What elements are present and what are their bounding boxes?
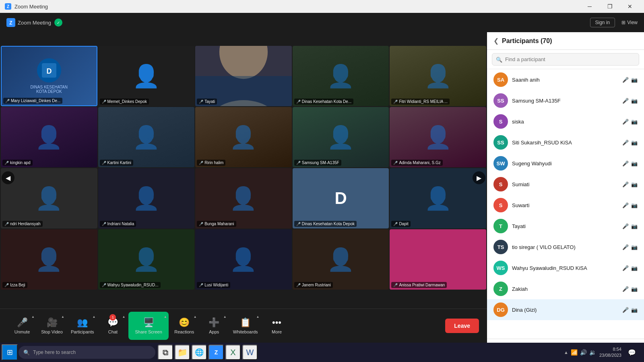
participant-name: Wahyu Syawaludin_RSUD KiSA: [512, 265, 618, 271]
sign-in-button[interactable]: Sign in: [590, 18, 615, 27]
participant-mic-icon: 🎤: [622, 119, 629, 125]
taskbar-icons: ⧉ 📁 🌐 Z X W: [158, 345, 258, 360]
taskbar-search[interactable]: 🔍 Type here to search: [19, 346, 155, 359]
participant-item: TStio siregar ( VILO GELATO)🎤📷: [487, 237, 644, 257]
panel-title: Participants (70): [502, 37, 552, 45]
video-label-5: 🎤 Fitri Widianti_RS MEILIA ...: [391, 99, 450, 105]
participant-mic-icon: 🎤: [622, 307, 629, 313]
participant-search-input[interactable]: [492, 53, 639, 66]
security-badge: ✓: [54, 19, 62, 27]
network-icon: 📶: [571, 349, 578, 356]
chat-notification-badge: 1: [109, 314, 116, 321]
video-label-3: 🎤 Tayati: [197, 99, 217, 105]
participants-caret[interactable]: ▲: [93, 315, 96, 319]
video-cell-17: 👤 🎤 Wahyu Syawaludin_RSUD...: [98, 229, 195, 290]
window-title: Zoom Meeting: [14, 4, 577, 10]
video-cell-2: 👤 🎤 Memet_Dinkes Depok: [98, 46, 195, 106]
participant-controls: 🎤📷: [622, 223, 638, 229]
video-label-9: 🎤 Samsung SM-A135F: [294, 160, 341, 166]
next-page-button[interactable]: ▶: [473, 171, 485, 184]
participant-mic-icon: 🎤: [622, 98, 629, 104]
file-explorer-button[interactable]: 📁: [175, 345, 190, 360]
chrome-button[interactable]: 🌐: [192, 345, 207, 360]
stop-video-button[interactable]: ▲ 🎥 Stop Video: [38, 312, 66, 340]
apps-caret[interactable]: ▲: [223, 315, 227, 319]
zoom-taskbar-button[interactable]: Z: [208, 345, 224, 360]
collapse-panel-button[interactable]: ❮: [493, 37, 499, 45]
participant-item: SSSamsung SM-A135F🎤📷: [487, 90, 644, 111]
participant-camera-icon: 📷: [631, 181, 638, 187]
mic-off-icon: 🎤: [5, 99, 10, 103]
participant-name: siska: [512, 119, 618, 125]
apps-icon: ➕: [208, 317, 219, 328]
whiteboards-caret[interactable]: ▲: [256, 315, 260, 319]
notification-button[interactable]: 💬: [625, 345, 639, 360]
video-label-13: 🎤 Bunga Maharani: [197, 221, 236, 227]
video-label-6: 🎤 kingkin apd: [2, 160, 33, 166]
participant-controls: 🎤📷: [622, 140, 638, 146]
view-button[interactable]: ⊞ View: [621, 20, 638, 25]
excel-button[interactable]: X: [225, 345, 241, 360]
start-button[interactable]: ⊞: [2, 344, 18, 360]
svg-text:Z: Z: [9, 20, 12, 26]
video-cell-16: 👤 🎤 Izza Beji: [1, 229, 97, 290]
participant-camera-icon: 📷: [631, 286, 638, 292]
chat-caret[interactable]: ▲: [122, 315, 126, 319]
unmute-button[interactable]: ▲ 🎤 Unmute: [8, 312, 36, 340]
leave-button[interactable]: Leave: [445, 319, 479, 333]
volume-icon: 🔊: [580, 349, 587, 356]
participant-avatar: WS: [493, 261, 508, 275]
participant-avatar: TS: [493, 240, 508, 254]
video-label-4: 🎤 Dinas Kesehatan Kota De...: [294, 99, 353, 105]
share-screen-icon: 🖥️: [143, 317, 154, 328]
participant-name: Suwarti: [512, 202, 618, 208]
participant-mic-icon: 🎤: [622, 202, 629, 208]
apps-button[interactable]: ▲ ➕ Apps: [200, 312, 228, 340]
participant-item: WSWahyu Syawaludin_RSUD KiSA🎤📷: [487, 257, 644, 278]
video-cell-19: 👤 🎤 Janem Rustriani: [293, 229, 389, 290]
word-button[interactable]: W: [242, 345, 258, 360]
reactions-button[interactable]: ▲ 😊 Reactions: [170, 312, 198, 340]
taskbar: ⊞ 🔍 Type here to search ⧉ 📁 🌐 Z X W ▲ 📶 …: [0, 343, 644, 362]
participant-mic-icon: 🎤: [622, 265, 629, 271]
participant-camera-icon: 📷: [631, 119, 638, 125]
video-label-10: 🎤 Adinda Maharani, S.Gz: [391, 160, 442, 166]
video-cell-1: D DINAS KESEHATANKOTA DEPOK 🎤 Mary Lizia…: [1, 46, 97, 106]
participants-button[interactable]: ▲ 👥 Participants: [68, 312, 97, 340]
zoom-logo-icon: Z: [6, 18, 15, 27]
svg-text:Z: Z: [7, 4, 9, 9]
avatar-placeholder-14: D: [293, 168, 389, 228]
reactions-icon: 😊: [179, 317, 190, 328]
video-label-2: 🎤 Memet_Dinkes Depok: [100, 99, 149, 105]
video-label-8: 🎤 Ririn halim: [197, 160, 225, 166]
close-button[interactable]: ✕: [621, 0, 639, 13]
mic-icon: 🎤: [17, 317, 28, 328]
video-area: ◀ ▶ D DINAS KESEHATANKOTA DEPOK 🎤 Mary L…: [0, 13, 487, 343]
video-cell-10: 👤 🎤 Adinda Maharani, S.Gz: [390, 107, 486, 167]
participant-name: Siti Sukarsih_RSUD KiSA: [512, 140, 618, 146]
task-view-button[interactable]: ⧉: [158, 345, 173, 360]
restore-button[interactable]: ❐: [601, 0, 619, 13]
reactions-caret[interactable]: ▲: [194, 315, 197, 319]
share-caret[interactable]: ▲: [164, 315, 167, 319]
chat-button[interactable]: 1 ▲ 💬 Chat: [99, 312, 127, 340]
participant-name: Dina (Gizi): [512, 307, 618, 313]
participant-camera-icon: 📷: [631, 223, 638, 229]
video-caret[interactable]: ▲: [61, 315, 64, 319]
unmute-caret[interactable]: ▲: [31, 315, 35, 319]
participant-item: SSSiti Sukarsih_RSUD KiSA🎤📷: [487, 132, 644, 153]
minimize-button[interactable]: ─: [580, 0, 599, 13]
video-cell-11: 👤 🎤 ndri Herdiansyah: [1, 168, 97, 228]
participant-avatar: S: [493, 177, 508, 191]
participant-camera-icon: 📷: [631, 244, 638, 250]
prev-page-button[interactable]: ◀: [2, 171, 14, 184]
participant-controls: 🎤📷: [622, 307, 638, 313]
more-button[interactable]: ••• More: [263, 312, 291, 340]
share-screen-button[interactable]: ▲ 🖥️ Share Screen: [128, 312, 168, 340]
participants-list: SASaanih anih🎤📷SSSamsung SM-A135F🎤📷Ssisk…: [487, 69, 644, 339]
zoom-icon: Z: [5, 3, 11, 10]
whiteboards-button[interactable]: ▲ 📋 Whiteboards: [230, 312, 261, 340]
video-cell-13: 👤 🎤 Bunga Maharani: [195, 168, 292, 228]
participant-item: SASaanih anih🎤📷: [487, 69, 644, 90]
participant-controls: 🎤📷: [622, 77, 638, 83]
